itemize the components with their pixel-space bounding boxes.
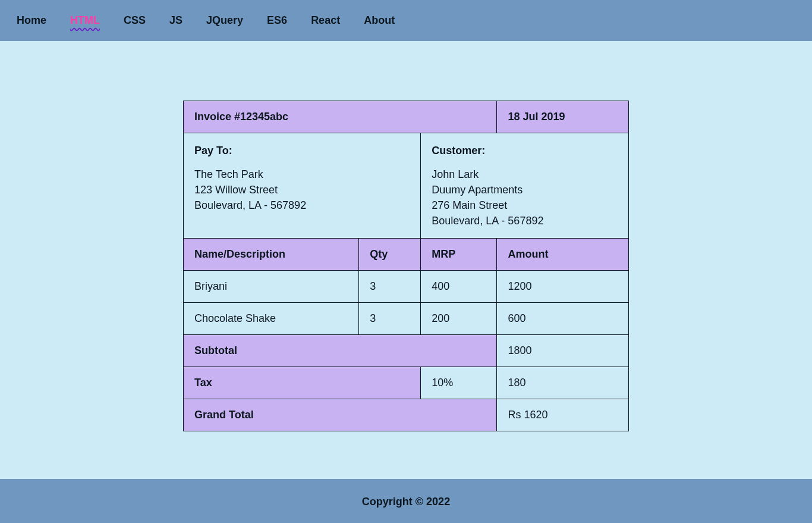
pay-to-block: Pay To: The Tech Park 123 Willow Street … [184,133,421,239]
footer: Copyright © 2022 [0,479,812,523]
col-amount: Amount [497,239,629,271]
line-item: Chocolate Shake 3 200 600 [184,303,629,335]
tax-label: Tax [184,367,421,399]
tax-value: 180 [497,367,629,399]
top-nav: Home HTML CSS JS JQuery ES6 React About [0,0,812,41]
subtotal-label: Subtotal [184,335,497,367]
tax-rate: 10% [421,367,497,399]
nav-item-css[interactable]: CSS [124,14,146,27]
col-mrp: MRP [421,239,497,271]
nav-item-es6[interactable]: ES6 [267,14,287,27]
nav-item-react[interactable]: React [311,14,340,27]
grand-total-value: Rs 1620 [497,399,629,431]
item-amount: 600 [497,303,629,335]
customer-lines: John Lark Duumy Apartments 276 Main Stre… [432,168,543,227]
item-mrp: 200 [421,303,497,335]
invoice-date: 18 Jul 2019 [497,101,629,133]
item-qty: 3 [359,271,421,303]
nav-item-about[interactable]: About [364,14,395,27]
grand-total-label: Grand Total [184,399,497,431]
item-name: Briyani [184,271,359,303]
pay-to-heading: Pay To: [194,143,410,158]
pay-to-lines: The Tech Park 123 Willow Street Boulevar… [194,168,306,211]
subtotal-value: 1800 [497,335,629,367]
invoice-title: Invoice #12345abc [184,101,497,133]
nav-item-js[interactable]: JS [169,14,182,27]
nav-item-home[interactable]: Home [17,14,46,27]
item-amount: 1200 [497,271,629,303]
item-qty: 3 [359,303,421,335]
footer-text: Copyright © 2022 [362,496,450,508]
nav-item-html[interactable]: HTML [70,14,100,27]
invoice-table: Invoice #12345abc 18 Jul 2019 Pay To: Th… [183,101,629,431]
customer-block: Customer: John Lark Duumy Apartments 276… [421,133,629,239]
col-qty: Qty [359,239,421,271]
nav-item-jquery[interactable]: JQuery [206,14,243,27]
main-content: Invoice #12345abc 18 Jul 2019 Pay To: Th… [0,41,812,479]
item-mrp: 400 [421,271,497,303]
item-name: Chocolate Shake [184,303,359,335]
line-item: Briyani 3 400 1200 [184,271,629,303]
col-name: Name/Description [184,239,359,271]
customer-heading: Customer: [432,143,618,158]
